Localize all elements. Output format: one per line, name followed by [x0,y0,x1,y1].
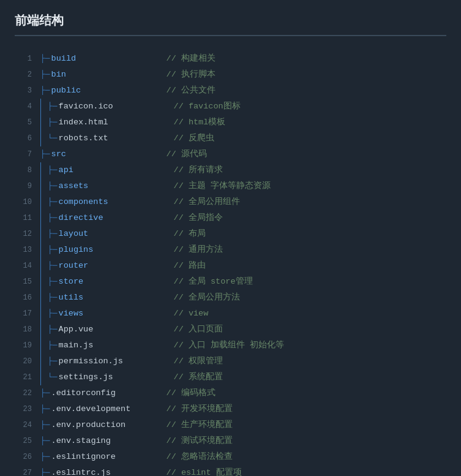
tree-indent [40,162,48,178]
indent-segment [40,353,48,369]
tree-indent [40,369,48,385]
tree-row: 2├─bin// 执行脚本 [15,67,446,83]
branch-icon: ├─ [48,210,58,226]
line-number: 2 [15,67,32,83]
indent-segment [40,338,48,353]
branch-icon: ├─ [48,115,58,130]
comment: // view [174,306,209,322]
branch-icon: ├─ [40,67,50,83]
branch-icon: ├─ [48,258,58,274]
comment: // 通用方法 [174,242,223,258]
line-number: 21 [15,369,32,385]
tree-row: 16├─utils// 全局公用方法 [15,290,446,306]
comment: // 测试环境配置 [167,433,233,449]
folder-name: api [59,162,169,178]
comment: // 全局指令 [174,210,223,226]
branch-icon: ├─ [40,417,50,433]
tree-indent [40,99,48,115]
comment: // 源代码 [167,146,207,162]
line-number: 3 [15,83,32,99]
line-number: 19 [15,338,32,353]
folder-name: router [59,258,169,274]
branch-icon: ├─ [48,178,58,194]
tree-row: 22├─.editorconfig// 编码格式 [15,385,446,401]
branch-icon: ├─ [48,338,58,353]
line-number: 22 [15,385,32,401]
tree-indent [40,226,48,242]
branch-icon: ├─ [48,306,58,322]
file-name: robots.txt [59,130,169,146]
folder-name: layout [59,226,169,242]
branch-icon: ├─ [48,353,58,369]
indent-segment [40,242,48,258]
tree-indent [40,274,48,290]
comment: // 主题 字体等静态资源 [174,178,271,194]
branch-icon: └─ [48,369,58,385]
branch-icon: ├─ [40,401,50,417]
comment: // 入口 加载组件 初始化等 [174,338,285,353]
comment: // 系统配置 [174,369,223,385]
comment: // 路由 [174,258,206,274]
folder-name: bin [51,67,162,83]
comment: // 构建相关 [167,51,216,67]
indent-segment [40,99,48,115]
folder-name: src [51,146,162,162]
comment: // 权限管理 [174,353,223,369]
file-name: .env.production [51,417,162,433]
indent-segment [40,130,48,146]
line-number: 10 [15,194,32,210]
branch-icon: ├─ [40,83,50,99]
tree-indent [40,130,48,146]
file-name: .editorconfig [51,385,162,401]
comment: // 生产环境配置 [167,417,233,433]
file-name: permission.js [59,353,169,369]
tree-row: 11├─directive// 全局指令 [15,210,446,226]
indent-segment [40,178,48,194]
branch-icon: ├─ [40,51,50,67]
tree-row: 13├─plugins// 通用方法 [15,242,446,258]
comment: // 全局 store管理 [174,274,253,290]
comment: // 编码格式 [167,385,216,401]
tree-row: 6└─robots.txt// 反爬虫 [15,130,446,146]
comment: // eslint 配置项 [167,465,242,476]
indent-segment [40,322,48,338]
tree-indent [40,242,48,258]
file-name: .env.development [51,401,162,417]
tree-row: 21└─settings.js// 系统配置 [15,369,446,385]
tree-row: 4├─favicon.ico// favicon图标 [15,99,446,115]
line-number: 27 [15,465,32,476]
tree-indent [40,115,48,130]
branch-icon: ├─ [40,146,50,162]
line-number: 23 [15,401,32,417]
line-number: 4 [15,99,32,115]
tree-indent [40,338,48,353]
comment: // 所有请求 [174,162,223,178]
branch-icon: ├─ [48,162,58,178]
comment: // 反爬虫 [174,130,214,146]
tree-row: 10├─components// 全局公用组件 [15,194,446,210]
line-number: 8 [15,162,32,178]
comment: // 开发环境配置 [167,401,233,417]
tree-row: 14├─router// 路由 [15,258,446,274]
file-name: .eslintignore [51,449,162,465]
tree-row: 9├─assets// 主题 字体等静态资源 [15,178,446,194]
folder-name: assets [59,178,169,194]
branch-icon: ├─ [48,99,58,115]
line-number: 14 [15,258,32,274]
tree-row: 19├─main.js// 入口 加载组件 初始化等 [15,338,446,353]
tree-row: 15├─store// 全局 store管理 [15,274,446,290]
line-number: 5 [15,115,32,130]
line-number: 9 [15,178,32,194]
indent-segment [40,210,48,226]
tree-indent [40,258,48,274]
tree-row: 12├─layout// 布局 [15,226,446,242]
indent-segment [40,290,48,306]
indent-segment [40,258,48,274]
folder-name: public [51,83,162,99]
file-name: .env.staging [51,433,162,449]
branch-icon: ├─ [48,242,58,258]
file-name: index.html [59,115,169,130]
branch-icon: ├─ [48,274,58,290]
tree-row: 17├─views// view [15,306,446,322]
folder-name: views [59,306,169,322]
